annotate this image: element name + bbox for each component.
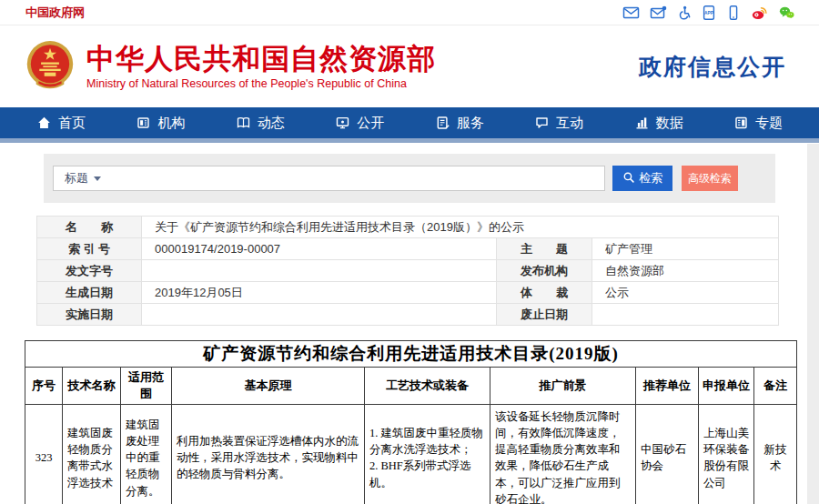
equipment-line-2: 2. BHF系列带式浮选机。 [369,458,485,490]
nav-bottom-strip [0,138,819,143]
nav-item-service[interactable]: 服务 [426,107,493,138]
search-field-label: 标题 [65,170,88,186]
weibo-icon[interactable] [751,5,768,20]
meta-value-index-no: 000019174/2019-00007 [142,238,497,260]
nav-item-organization[interactable]: 机构 [126,107,194,138]
site-header: 中华人民共和国自然资源部 Ministry of Natural Resourc… [0,25,819,107]
col-header-equipment: 工艺技术或装备 [365,368,490,405]
cell-prospect: 该设备延长轻物质沉降时间，有效降低沉降速度，提高轻重物质分离效率和效果，降低砂石… [490,405,636,504]
svg-text:APP: APP [704,10,714,15]
meta-label-subject: 主 题 [497,238,592,260]
top-icon-group: APP [622,5,795,20]
nav-label: 专题 [755,115,783,132]
col-header-scope: 适用范围 [121,368,172,405]
meta-row-name: 名 称 关于《矿产资源节约和综合利用先进适用技术目录（2019版）》的公示 [37,217,779,238]
national-emblem-logo [25,40,75,93]
cell-scope: 建筑固废处理中的重轻质物分离。 [121,405,172,504]
advanced-search-button[interactable]: 高级检索 [682,166,738,191]
meta-value-subject: 矿产管理 [592,238,779,260]
col-header-principle: 基本原理 [172,368,365,405]
nav-label: 动态 [258,115,285,132]
meta-value-genre: 公示 [592,282,779,304]
table-row: 323 建筑固废轻物质分离带式水浮选技术 建筑固废处理中的重轻质物分离。 利用加… [25,405,797,504]
home-icon [36,116,52,130]
catalog-header-row: 序号 技术名称 适用范围 基本原理 工艺技术或装备 推广前景 推荐单位 申报单位… [25,368,797,405]
cell-recommender: 中国砂石协会 [636,405,699,504]
nav-label: 首页 [58,115,86,132]
meta-label-doc-no: 发文字号 [37,260,142,282]
site-title-block: 中华人民共和国自然资源部 Ministry of Natural Resourc… [86,43,436,91]
cell-principle: 利用加热装置保证浮选槽体内水的流动性，采用水浮选技术，实现物料中的轻物质与骨料分… [172,405,365,504]
col-header-serial-no: 序号 [25,368,63,405]
nav-label: 机构 [157,115,185,132]
meta-label-index-no: 索 引 号 [37,238,142,260]
col-header-tech-name: 技术名称 [63,368,121,405]
nav-label: 互动 [556,115,583,132]
nav-item-interaction[interactable]: 互动 [525,107,592,138]
nav-label: 服务 [457,115,484,132]
meta-value-name: 关于《矿产资源节约和综合利用先进适用技术目录（2019版）》的公示 [142,217,779,238]
search-section: 标题 检索 高级检索 [44,154,775,203]
meta-value-effective-date [142,304,497,326]
mobile-icon[interactable] [726,5,741,20]
meta-label-name: 名 称 [37,217,142,238]
meta-value-issuing-agency: 自然资源部 [592,260,779,282]
cell-applicant: 上海山美环保装备股份有限公司 [699,405,754,504]
meta-label-issuing-agency: 发布机构 [497,260,592,282]
nav-item-news[interactable]: 动态 [227,107,294,138]
gov-portal-link[interactable]: 中国政府网 [25,5,85,21]
section-title: 政府信息公开 [639,52,794,82]
interaction-bubble-icon [534,116,550,130]
wechat-icon[interactable] [778,5,795,20]
data-chart-icon [634,116,650,130]
chevron-down-icon [94,176,101,181]
nav-item-home[interactable]: 首页 [27,107,95,138]
meta-value-doc-no [142,260,497,282]
accessibility-icon[interactable] [677,5,692,20]
col-header-prospect: 推广前景 [490,368,636,405]
search-field-dropdown[interactable]: 标题 [54,170,112,186]
news-book-icon [236,116,251,130]
site-subtitle: Ministry of Natural Resources of the Peo… [86,77,436,90]
meta-label-effective-date: 实施日期 [37,304,142,326]
col-header-applicant: 申报单位 [699,368,754,405]
site-title: 中华人民共和国自然资源部 [86,43,436,76]
technology-catalog-table: 矿产资源节约和综合利用先进适用技术目录(2019版) 序号 技术名称 适用范围 … [25,340,797,504]
disclosure-monitor-icon [335,116,350,130]
meta-row-doc-no: 发文字号 发布机构 自然资源部 [37,260,779,282]
meta-label-created-date: 生成日期 [37,282,142,304]
search-input[interactable] [112,167,604,189]
organization-icon [136,116,151,130]
main-nav: 首页 机构 动态 公开 服务 互动 数据 专题 [0,107,819,138]
nav-item-special-topic[interactable]: 专题 [724,107,792,138]
meta-label-genre: 体 裁 [497,282,592,304]
catalog-title: 矿产资源节约和综合利用先进适用技术目录(2019版) [25,341,797,368]
nav-item-data[interactable]: 数据 [625,107,693,138]
meta-row-effective-date: 实施日期 废止日期 [37,304,779,326]
cell-remark: 新技术 [754,405,797,504]
cell-equipment: 1. 建筑固废中重轻质物分离水洗浮选技术； 2. BHF系列带式浮选机。 [365,405,490,504]
special-topic-icon [733,116,749,130]
meta-value-repeal-date [592,304,779,326]
search-icon [622,171,635,186]
meta-row-index: 索 引 号 000019174/2019-00007 主 题 矿产管理 [37,238,779,260]
nav-label: 数据 [656,115,683,132]
meta-label-repeal-date: 废止日期 [497,304,592,326]
app-icon[interactable]: APP [702,5,716,20]
top-utility-bar: 中国政府网 APP [0,0,819,25]
cell-tech-name: 建筑固废轻物质分离带式水浮选技术 [63,405,121,504]
col-header-recommender: 推荐单位 [636,368,699,405]
search-button-label: 检索 [639,170,662,186]
col-header-remark: 备注 [754,368,797,405]
subscribe-mail-icon[interactable] [650,5,667,20]
meta-row-created-date: 生成日期 2019年12月05日 体 裁 公示 [37,282,779,304]
mail-icon[interactable] [622,5,640,20]
catalog-title-row: 矿产资源节约和综合利用先进适用技术目录(2019版) [25,341,797,368]
page-right-gutter [807,144,819,504]
search-button[interactable]: 检索 [612,166,672,191]
nav-label: 公开 [357,115,384,132]
nav-item-disclosure[interactable]: 公开 [326,107,393,138]
meta-value-created-date: 2019年12月05日 [142,282,497,304]
equipment-line-1: 1. 建筑固废中重轻质物分离水洗浮选技术； [369,425,485,458]
search-box: 标题 [53,166,605,191]
